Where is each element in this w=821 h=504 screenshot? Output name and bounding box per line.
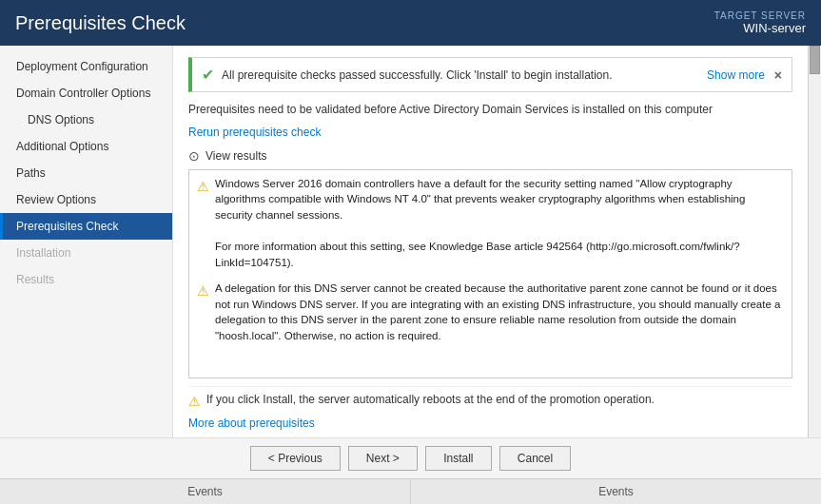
chevron-up-icon: ⊙ (188, 148, 200, 164)
rerun-link[interactable]: Rerun prerequisites check (188, 126, 792, 139)
sidebar-item-installation: Installation (0, 240, 172, 266)
install-button[interactable]: Install (425, 446, 492, 471)
right-scrollbar (808, 46, 821, 437)
footer-warning: ⚠ If you click Install, the server autom… (188, 386, 792, 409)
sidebar-item-paths[interactable]: Paths (0, 160, 172, 186)
server-label: TARGET SERVER (714, 10, 806, 21)
result-item-1: ⚠ A delegation for this DNS server canno… (197, 281, 784, 344)
warning-icon-footer: ⚠ (188, 394, 201, 409)
main-content: Deployment Configuration Domain Controll… (0, 46, 821, 437)
result-item-0: ⚠ Windows Server 2016 domain controllers… (197, 176, 784, 271)
page-title: Prerequisites Check (15, 12, 186, 34)
sidebar-item-deployment[interactable]: Deployment Configuration (0, 53, 172, 80)
next-button[interactable]: Next > (348, 446, 418, 471)
sidebar-item-additional-options[interactable]: Additional Options (0, 133, 172, 160)
events-cell-1: Events (0, 479, 411, 504)
show-more-link[interactable]: Show more (707, 68, 765, 82)
sidebar-item-dns-options[interactable]: DNS Options (0, 107, 172, 133)
warning-icon-1: ⚠ (197, 281, 209, 300)
server-info: TARGET SERVER WIN-server (714, 10, 806, 35)
scrollbar-thumb[interactable] (810, 46, 820, 74)
content-area: ✔ All prerequisite checks passed success… (173, 46, 808, 437)
close-banner-button[interactable]: × (774, 68, 782, 83)
description-text: Prerequisites need to be validated befor… (188, 102, 792, 118)
success-banner: ✔ All prerequisite checks passed success… (188, 57, 792, 92)
cancel-button[interactable]: Cancel (499, 446, 571, 471)
more-about-link[interactable]: More about prerequisites (188, 417, 792, 430)
view-results-toggle[interactable]: ⊙ View results (188, 148, 792, 164)
previous-button[interactable]: < Previous (250, 446, 341, 471)
scrollbar-track[interactable] (809, 46, 821, 437)
server-name: WIN-server (714, 21, 806, 35)
view-results-label: View results (205, 149, 266, 163)
results-box[interactable]: ⚠ Windows Server 2016 domain controllers… (188, 169, 792, 378)
sidebar-item-prerequisites-check[interactable]: Prerequisites Check (0, 213, 172, 240)
sidebar: Deployment Configuration Domain Controll… (0, 46, 173, 437)
top-bar: Prerequisites Check TARGET SERVER WIN-se… (0, 0, 821, 46)
sidebar-item-review-options[interactable]: Review Options (0, 186, 172, 213)
result-text-0: Windows Server 2016 domain controllers h… (215, 176, 784, 271)
footer-warning-text: If you click Install, the server automat… (206, 393, 655, 406)
success-message: All prerequisite checks passed successfu… (222, 68, 707, 82)
bottom-bar: < Previous Next > Install Cancel (0, 437, 821, 478)
events-bar: Events Events (0, 478, 821, 504)
result-text-1: A delegation for this DNS server cannot … (215, 281, 784, 344)
sidebar-item-results: Results (0, 266, 172, 293)
sidebar-item-dc-options[interactable]: Domain Controller Options (0, 80, 172, 107)
events-cell-2: Events (411, 479, 821, 504)
success-icon: ✔ (202, 66, 214, 84)
warning-icon-0: ⚠ (197, 177, 209, 196)
